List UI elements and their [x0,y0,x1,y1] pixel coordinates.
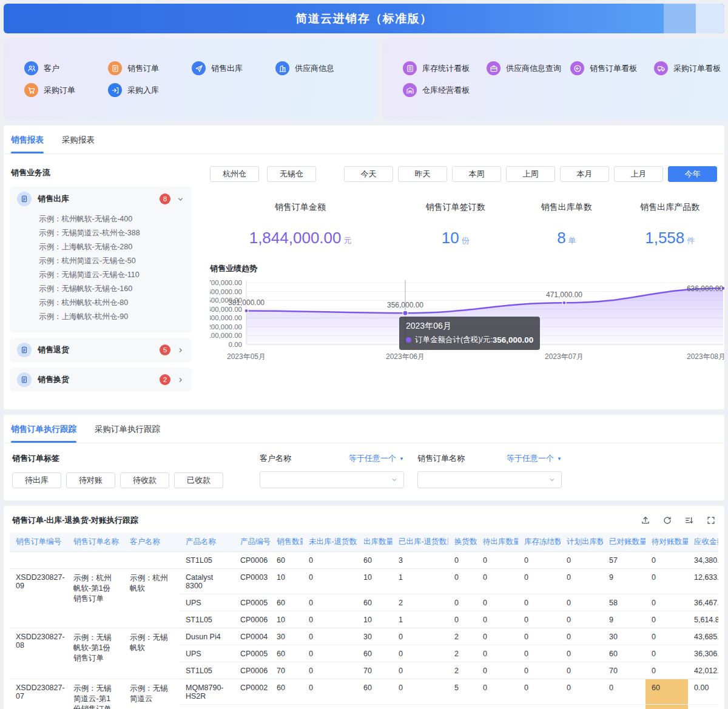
order-name-select[interactable] [417,471,562,488]
quick-link-供应商信息[interactable]: 供应商信息 [275,61,359,75]
cell: 0 [518,645,561,662]
column-header: 已对账数量 [603,533,645,552]
date-filter-group: 今天昨天本周上周本月上月今年 [344,166,717,182]
column-header: 换货数量 [448,533,477,552]
cell: 0 [561,705,603,709]
export-icon[interactable] [641,516,650,525]
customer-operator[interactable]: 等于任意一个▼ [349,453,404,464]
order-name-cell: 示例：无锡帆软-第1份销售订单 [67,628,124,679]
order-doc-icon [108,61,122,75]
tag-button-待对账[interactable]: 待对账 [66,472,115,488]
quick-link-销售订单[interactable]: 销售订单 [108,61,192,75]
tag-button-待出库[interactable]: 待出库 [12,472,61,488]
stat-value: 1,844,000.00 [249,229,342,247]
quick-link-采购订单看板[interactable]: 采购订单看板 [654,61,728,75]
date-button-今年[interactable]: 今年 [668,166,717,182]
quick-link-label: 仓库经营看板 [422,85,470,96]
cell: 0 [477,662,518,679]
cell: 0 [645,628,688,645]
tab-采购订单执行跟踪[interactable]: 采购订单执行跟踪 [95,415,160,443]
flow-item[interactable]: 示例：无锡简道云-杭州仓-388 [39,226,186,240]
stat-unit: 份 [462,236,470,245]
cell: 36,467.50 [688,594,718,611]
cell: 0 [477,611,518,628]
cell: 10 [271,569,303,594]
quick-link-客户[interactable]: 客户 [24,61,108,75]
cell: 0 [561,628,603,645]
date-button-本周[interactable]: 本周 [452,166,501,182]
flow-item[interactable]: 示例：无锡帆软-无锡仓-160 [39,282,186,296]
table-scroll-area[interactable]: 销售订单编号销售订单名称客户名称产品名称产品编号销售数量未出库-退货数量出库数量… [10,533,718,709]
quick-link-label: 销售订单 [127,63,159,74]
flow-item[interactable]: 示例：上海帆软-无锡仓-280 [39,240,186,254]
quick-link-仓库经营看板[interactable]: 仓库经营看板 [403,83,487,97]
quick-link-采购入库[interactable]: 采购入库 [108,83,192,97]
stat-value: 1,558 [645,229,684,247]
tracking-table-section: 销售订单-出库-退换货-对账执行跟踪 销售订单编号销售订单名称客户名称产品名称产… [4,506,724,709]
header-decoration-light [696,4,724,33]
date-button-上月[interactable]: 上月 [614,166,663,182]
cell: 2 [448,628,477,645]
tab-销售订单执行跟踪[interactable]: 销售订单执行跟踪 [11,415,76,443]
cell: 30 [357,628,393,645]
cart-icon [24,83,38,97]
warehouse-filter-group: 杭州仓无锡仓 [210,166,316,182]
cell: 0 [448,611,477,628]
truck-icon [654,61,668,75]
flow-card-header-销售出库[interactable]: 销售出库8 [10,187,192,211]
field-config-icon[interactable] [684,516,694,525]
tab-销售报表[interactable]: 销售报表 [11,126,44,153]
flow-item[interactable]: 示例：杭州简道云-无锡仓-50 [39,254,186,268]
date-button-昨天[interactable]: 昨天 [398,166,447,182]
tab-采购报表[interactable]: 采购报表 [62,126,95,153]
refresh-icon[interactable] [662,516,672,525]
flow-card-销售退货: 销售退货5 [10,338,192,362]
column-header: 产品编号 [234,533,271,552]
flow-item[interactable]: 示例：杭州帆软-杭州仓-80 [39,296,186,310]
cell: 43,685.10 [688,628,718,645]
quick-link-label: 库存统计看板 [422,63,470,74]
date-button-本月[interactable]: 本月 [560,166,609,182]
stat-label: 销售订单签订数 [391,202,520,213]
quick-link-label: 销售订单看板 [590,63,637,74]
app: 简道云进销存（标准版） 客户销售订单销售出库供应商信息采购订单采购入库 库存统计… [0,0,728,709]
quick-link-供应商信息查询[interactable]: 供应商信息查询 [487,61,570,75]
order-no-cell: XSDD230827-08 [10,628,67,679]
flow-card-header-销售换货[interactable]: 销售换货2 [10,368,192,392]
header-decoration-mid [664,4,696,33]
select-chevron-icon [391,476,398,483]
sales-report-section: 销售报表采购报表 销售业务流 销售出库8示例：杭州帆软-无锡仓-400示例：无锡… [4,126,724,409]
svg-text:471,000.00: 471,000.00 [546,291,582,299]
customer-cell: 示例：无锡简道云 [124,679,180,709]
date-button-今天[interactable]: 今天 [344,166,393,182]
order-name-filter-label: 销售订单名称 [417,453,465,464]
flow-item[interactable]: 示例：杭州帆软-无锡仓-400 [39,212,186,226]
warehouse-button-杭州仓[interactable]: 杭州仓 [210,166,259,182]
tag-button-已收款[interactable]: 已收款 [174,472,223,488]
quick-link-销售订单看板[interactable]: 销售订单看板 [570,61,654,75]
order-name-operator[interactable]: 等于任意一个▼ [507,453,562,464]
quick-link-销售出库[interactable]: 销售出库 [192,61,275,75]
chart-tooltip: 2023年06月 订单金额合计(含税)/元: 356,000.00 [399,317,540,350]
exchange-doc-icon [17,372,32,387]
quick-link-库存统计看板[interactable]: 库存统计看板 [403,61,487,75]
svg-text:356,000.00: 356,000.00 [387,301,423,309]
order-name-filter-group: 销售订单名称 等于任意一个▼ [417,453,562,488]
table-toolbar [641,516,716,525]
flow-item[interactable]: 示例：上海帆软-杭州仓-90 [39,310,186,324]
send-icon [192,61,206,75]
order-no-cell: XSDD230827-07 [10,679,67,709]
stat-销售出库产品数: 销售出库产品数1,558件 [613,202,727,247]
supplier-building-icon [275,61,289,75]
flow-item[interactable]: 示例：无锡简道云-无锡仓-110 [39,268,186,282]
quick-link-采购订单[interactable]: 采购订单 [24,83,108,97]
customer-select[interactable] [260,471,404,488]
tag-button-待收款[interactable]: 待收款 [120,472,169,488]
cell: 70 [271,662,303,679]
chevron-down-icon [177,195,184,203]
fullscreen-icon[interactable] [706,516,716,525]
cell: CP0006 [234,611,271,628]
warehouse-button-无锡仓[interactable]: 无锡仓 [267,166,316,182]
flow-card-header-销售退货[interactable]: 销售退货5 [10,338,192,362]
date-button-上周[interactable]: 上周 [506,166,555,182]
